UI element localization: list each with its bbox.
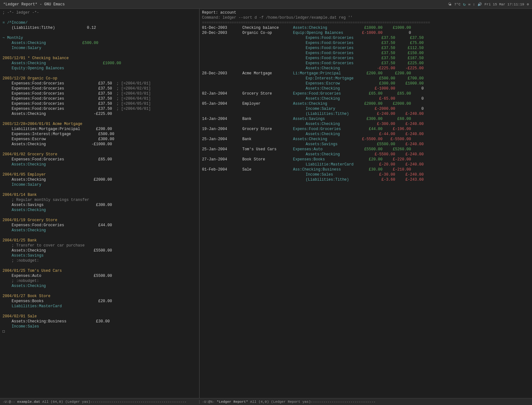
report-transaction: 25-Jan-2004 Bank Assets:Checking £-5500.… [202, 137, 529, 142]
editor-line: ; :nobudget: [3, 258, 197, 263]
editor-line [3, 233, 197, 238]
editor-line [3, 15, 197, 20]
editor-line [3, 289, 197, 294]
report-transaction: Assets:Checking £-44.00 £-240.00 [202, 132, 529, 137]
editor-line: Assets:Checking [3, 284, 197, 289]
editor-line: Assets:Checking £1000.00 [3, 61, 197, 66]
report-transaction: Assets:Checking £-1000.00 0 [202, 86, 529, 91]
editor-line: Income:Salary [3, 182, 197, 187]
editor-line: 2003/12/20 Organic Co-op [3, 76, 197, 81]
editor-line [3, 116, 197, 122]
report-label: Report: account [202, 10, 529, 15]
report-transaction: 27-Jan-2004 Book Store Expenses:Books £2… [202, 157, 529, 162]
report-transaction: (Liabilities:Tithe) £-3.60 £-243.60 [202, 177, 529, 182]
report-transaction: Exp:Interest:Mortgage £500.00 £700.00 [202, 76, 529, 81]
main-content: ; -*- ledger -*- = /^Income/ (Liabilitie… [0, 9, 532, 398]
weather-icon: 🌤 [448, 2, 452, 6]
editor-line: Liabilities:Mortgage:Principal £200.00 [3, 127, 197, 132]
editor-line: Expenses:Auto £5500.00 [3, 273, 197, 278]
report-transaction: 01-Feb-2004 Sale Ass:Checking:Business £… [202, 167, 529, 172]
editor-line [3, 51, 197, 56]
editor-line [3, 147, 197, 152]
editor-line: 2004/01/25 Tom's Used Cars [3, 268, 197, 273]
editor-line: 2004/01/19 Grocery Store [3, 218, 197, 223]
editor-line: Assets:Savings £300.00 [3, 202, 197, 208]
report-transaction: Expenses:Escrow £300.00 £1000.00 [202, 81, 529, 86]
editor-line: Expenses:Interest:Mortgage £500.00 [3, 132, 197, 137]
editor-line: Expenses:Food:Groceries £37.50 ; [=2004/… [3, 86, 197, 91]
report-transaction: Income:Sales £-30.00 £-240.00 [202, 172, 529, 177]
editor-line [3, 309, 197, 314]
report-transaction: Expens:Food:Groceries £37.50 £112.50 [202, 46, 529, 51]
email-icon[interactable]: ✉ [468, 2, 471, 6]
titlebar: *Ledger Report* - GNU Emacs 🌤 7°C ↻ ✉ ↕ … [0, 0, 532, 9]
editor-line [3, 187, 197, 192]
editor-line: Assets:Savings [3, 253, 197, 258]
report-transaction: Assets:Checking £-300.00 £-240.00 [202, 122, 529, 127]
editor-line: ; -*- ledger -*- [3, 10, 197, 15]
editor-line [3, 213, 197, 218]
report-transaction: Expens:Food:Groceries £37.50 £37.50 [202, 35, 529, 40]
editor-line: Income:Sales [3, 324, 197, 329]
editor-line: = /^Income/ [3, 20, 197, 25]
editor-line: 2003/12/01 * Checking balance [3, 56, 197, 61]
editor-line: Expenses:Food:Groceries £37.50 ; [=2004/… [3, 101, 197, 106]
editor-line: Assets:Checking -£225.00 [3, 111, 197, 116]
editor-line: Expenses:Food:Groceries £37.50 ; [=2004/… [3, 106, 197, 111]
report-transaction: Liabilitie:MasterCard £-20.00 £-240.00 [202, 162, 529, 167]
report-transaction: Expens:Food:Groceries £37.50 £150.00 [202, 51, 529, 56]
report-transaction: Expens:Food:Groceries £37.50 £187.50 [202, 56, 529, 61]
editor-line: 2004/01/27 Book Store [3, 294, 197, 299]
report-pane: Report: account Command: ledger --sort d… [200, 9, 532, 398]
editor-line: Assets:Checking [3, 162, 197, 167]
editor-pane[interactable]: ; -*- ledger -*- = /^Income/ (Liabilitie… [0, 9, 200, 398]
editor-line: ; Transfer to cover car purchase [3, 243, 197, 248]
report-transaction: 28-Dec-2003 Acme Mortgage Li:Mortgage:Pr… [202, 71, 529, 76]
report-transaction: Assets:Checking £-65.00 0 [202, 96, 529, 101]
report-divider: ========================================… [202, 20, 529, 25]
editor-line: 2004/01/25 Bank [3, 238, 197, 243]
network-icon: ↕ [473, 3, 475, 6]
report-transaction: Expens:Food:Groceries £37.50 £75.00 [202, 40, 529, 46]
report-transaction: 14-Jan-2004 Bank Assets:Savings £300.00 … [202, 116, 529, 122]
editor-line: Assets:Checking:Business £30.00 [3, 319, 197, 324]
editor-line: ; :nobudget: [3, 278, 197, 284]
editor-line: □ [3, 329, 197, 334]
statusbar-right: -U:@%- *Ledger Report* All (4,0) (Ledger… [200, 400, 532, 404]
report-transaction: Income:Salary £-2000.00 0 [202, 106, 529, 111]
editor-line: Assets:Checking £500.00 [3, 40, 197, 46]
editor-line: Income:Salary [3, 46, 197, 51]
report-transaction: 19-Jan-2004 Grocery Store Expens:Food:Gr… [202, 127, 529, 132]
volume-icon[interactable]: 🔊 [478, 2, 482, 6]
editor-line-monthly: ~ Monthly [3, 35, 197, 40]
editor-line [3, 30, 197, 35]
editor-line [3, 263, 197, 268]
statusbar-left-text: -U:@-- example.dat All (64,0) (Ledger ya… [3, 400, 187, 404]
report-transaction: 02-Jan-2004 Grocery Store Expens:Food:Gr… [202, 91, 529, 96]
editor-line: 2004/01/05 Employer [3, 172, 197, 177]
editor-line: Assets:Checking £2000.00 [3, 177, 197, 182]
report-transaction: Assets:Checking £-5500.00 £-240.00 [202, 152, 529, 157]
editor-line: Expenses:Food:Groceries £44.00 [3, 223, 197, 228]
report-transaction: 20-Dec-2003 Organic Co-op Equip:Opening … [202, 30, 529, 35]
statusbar: -U:@-- example.dat All (64,0) (Ledger ya… [0, 398, 532, 405]
editor-line: 2004/01/14 Bank [3, 192, 197, 197]
editor-line: (Liabilities:Tithe) 0.12 [3, 25, 197, 30]
editor-line: Liabilities:MasterCard [3, 304, 197, 309]
editor-line: 2004/02/01 Sale [3, 314, 197, 319]
editor-line: 2003/12/28=2004/01/01 Acme Mortgage [3, 122, 197, 127]
weather-temp: 7°C [454, 3, 460, 6]
editor-line: Expenses:Escrow £300.00 [3, 137, 197, 142]
titlebar-title: *Ledger Report* - GNU Emacs [3, 2, 65, 7]
report-command: Command: ledger --sort d -f /home/borbus… [202, 15, 529, 20]
statusbar-left: -U:@-- example.dat All (64,0) (Ledger ya… [0, 400, 200, 404]
editor-line: Assets:Checking £5500.00 [3, 248, 197, 253]
settings-icon[interactable]: ⚙ [527, 2, 529, 6]
editor-line [3, 167, 197, 172]
editor-line: Expenses:Food:Groceries £37.50 ; [=2004/… [3, 81, 197, 86]
refresh-icon[interactable]: ↻ [463, 2, 466, 7]
report-transaction: Assets:Checking -£225.00 -£225.00 [202, 66, 529, 71]
report-transaction: 05-Jan-2004 Employer Assets:Checking £20… [202, 101, 529, 106]
report-transaction: (Liabilities:Tithe) £-240.00 £-240.00 [202, 111, 529, 116]
editor-line [3, 71, 197, 76]
